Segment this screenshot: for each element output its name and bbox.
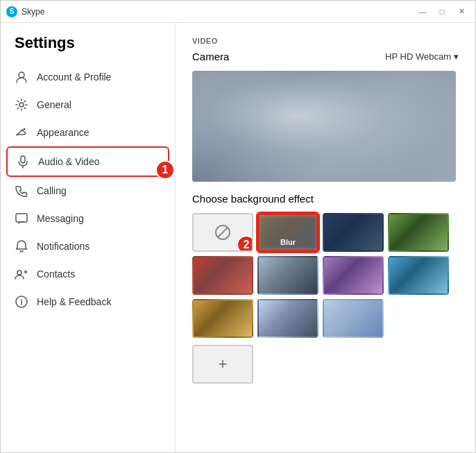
- appearance-icon: [15, 126, 28, 139]
- bg-item-4[interactable]: [257, 256, 318, 295]
- blur-overlay: Blur: [260, 215, 316, 250]
- camera-row: Camera HP HD Webcam ▾: [192, 51, 459, 62]
- sidebar-item-calling-label: Calling: [37, 185, 67, 196]
- bg-item-9[interactable]: [323, 299, 384, 338]
- svg-point-2: [24, 128, 26, 130]
- sidebar-item-notifications-label: Notifications: [37, 241, 90, 252]
- sidebar-item-appearance[interactable]: Appearance: [1, 119, 175, 146]
- camera-preview: [192, 71, 456, 182]
- maximize-button[interactable]: □: [434, 5, 450, 19]
- main-content: VIDEO Camera HP HD Webcam ▾ Choose backg…: [176, 23, 475, 452]
- sidebar-item-help-label: Help & Feedback: [37, 296, 111, 307]
- app-window: S Skype — □ ✕ Settings Account & Profile: [0, 0, 476, 453]
- svg-point-0: [19, 72, 24, 78]
- sidebar-item-messaging[interactable]: Messaging: [1, 205, 175, 232]
- step-2-badge: 2: [237, 235, 253, 252]
- sidebar-title: Settings: [1, 34, 175, 63]
- svg-rect-5: [16, 214, 27, 222]
- bg-item-8[interactable]: [257, 299, 318, 338]
- svg-rect-3: [21, 156, 25, 163]
- sidebar: Settings Account & Profile: [1, 23, 176, 452]
- info-icon: [15, 295, 28, 309]
- camera-selector[interactable]: HP HD Webcam ▾: [385, 51, 459, 62]
- phone-icon: [15, 184, 28, 198]
- svg-point-6: [17, 271, 22, 275]
- sidebar-item-audio-video[interactable]: Audio & Video 1: [6, 146, 169, 177]
- step-1-badge: 1: [155, 160, 175, 180]
- titlebar-controls: — □ ✕: [414, 5, 470, 19]
- close-button[interactable]: ✕: [453, 5, 470, 19]
- bg-blur-button[interactable]: Blur: [257, 213, 318, 252]
- svg-line-9: [218, 228, 228, 237]
- none-icon: [213, 223, 232, 242]
- sidebar-item-contacts-label: Contacts: [37, 268, 75, 280]
- contacts-icon: [15, 267, 28, 281]
- mic-icon: [16, 155, 30, 169]
- bell-icon: [15, 239, 28, 253]
- svg-point-1: [19, 103, 24, 107]
- window-title: Skype: [22, 7, 44, 17]
- sidebar-item-appearance-label: Appearance: [37, 127, 90, 138]
- bg-item-6[interactable]: [388, 256, 449, 295]
- section-label: VIDEO: [192, 37, 459, 45]
- sidebar-item-account-label: Account & Profile: [37, 71, 111, 83]
- sidebar-item-notifications[interactable]: Notifications: [1, 232, 175, 260]
- sidebar-item-messaging-label: Messaging: [37, 213, 84, 224]
- bg-item-5[interactable]: [323, 256, 384, 295]
- sidebar-item-general[interactable]: General: [1, 91, 175, 119]
- sidebar-item-general-label: General: [37, 99, 71, 110]
- blur-label: Blur: [280, 238, 296, 246]
- sidebar-item-account[interactable]: Account & Profile: [1, 63, 175, 91]
- bg-effect-label: Choose background effect: [192, 193, 459, 205]
- chevron-down-icon: ▾: [454, 51, 459, 62]
- person-icon: [15, 70, 28, 84]
- bg-item-2[interactable]: [388, 213, 449, 252]
- skype-logo-icon: S: [6, 6, 17, 17]
- chat-icon: [15, 212, 28, 225]
- bg-none-button[interactable]: 2: [192, 213, 253, 252]
- camera-label: Camera: [192, 51, 229, 62]
- bg-item-3[interactable]: [192, 256, 253, 295]
- gear-icon: [15, 98, 28, 112]
- titlebar: S Skype — □ ✕: [1, 1, 475, 23]
- bg-effects-grid: 2 Blur: [192, 213, 459, 338]
- titlebar-left: S Skype: [6, 6, 44, 17]
- sidebar-item-help[interactable]: Help & Feedback: [1, 288, 175, 316]
- sidebar-item-audio-video-label: Audio & Video: [38, 156, 99, 167]
- camera-value-text: HP HD Webcam: [385, 51, 451, 62]
- sidebar-item-contacts[interactable]: Contacts: [1, 260, 175, 288]
- content-area: Settings Account & Profile: [1, 23, 475, 452]
- bg-item-7[interactable]: [192, 299, 253, 338]
- bg-item-1[interactable]: [323, 213, 384, 252]
- minimize-button[interactable]: —: [414, 5, 431, 19]
- add-background-button[interactable]: +: [192, 345, 253, 384]
- sidebar-item-calling[interactable]: Calling: [1, 177, 175, 205]
